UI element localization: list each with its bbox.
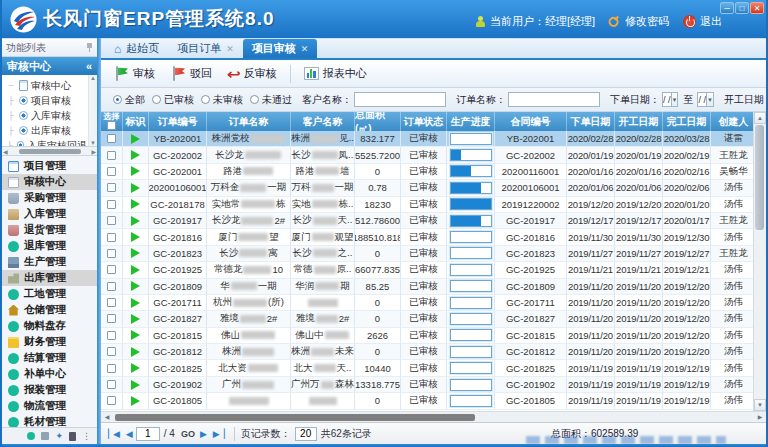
go-button[interactable]: GO [181,429,195,439]
toolbar-button-chart[interactable]: 报表中心 [297,63,374,84]
horizontal-scrollbar[interactable]: ◀ ▶ [101,411,766,422]
row-checkbox[interactable] [107,167,116,176]
tree-horizontal-scrollbar[interactable]: ◀▶ [2,147,97,156]
dot-icon[interactable] [27,432,35,440]
cart-icon[interactable] [41,432,49,440]
table-row[interactable]: GC-201816厦门望厦门观望188510.818已审核GC-20181620… [101,229,753,245]
sidebar-item-production[interactable]: 生产管理 [2,254,97,270]
row-checkbox[interactable] [107,249,116,258]
scroll-down-icon[interactable]: ▼ [754,399,766,411]
minimize-button[interactable]: ─ [720,2,734,14]
row-checkbox[interactable] [107,233,116,242]
table-row[interactable]: GC-201902广州广州万森林13318.775已审核GC-201902201… [101,377,753,393]
radio-全部[interactable]: 全部 [106,93,145,107]
table-row[interactable]: YB-202001株洲党校株洲见..832.177已审核YB-202001202… [101,131,753,147]
table-row[interactable]: GC-201925常德龙10常德原..266077.835..已审核GC-201… [101,262,753,278]
sidebar-item-dot[interactable]: 工地管理 [2,286,97,302]
tree-item[interactable]: ├出库审核 [6,123,87,138]
sidebar-item-dot[interactable]: 退库管理 [2,238,97,254]
more-icon[interactable]: ⋮ [82,431,91,441]
last-page-icon[interactable]: ▶ [210,429,228,439]
row-checkbox[interactable] [107,380,116,389]
close-tab-icon[interactable]: ✕ [301,44,309,54]
diamond-icon[interactable]: ✦ [55,431,63,441]
tree-item[interactable]: ├入库审核 [6,108,87,123]
sidebar-item-audit-doc[interactable]: 审核中心 [2,174,97,190]
table-row[interactable]: GC-2018178实地常栋实地栋..18230已审核2019122000220… [101,197,753,213]
close-button[interactable]: ✕ [750,2,764,14]
tree-item[interactable]: ├项目审核 [6,93,87,108]
table-row[interactable]: 20200106001万科金一期万科一期0.78已审核2020010600120… [101,180,753,196]
sidebar-item-inbox[interactable]: 入库管理 [2,206,97,222]
next-page-icon[interactable]: ▶ [197,429,210,439]
table-row[interactable]: GC-201815佛山佛山中2626已审核GC-2018152019/11/20… [101,328,753,344]
tab-item[interactable]: 项目订单✕ [168,39,243,58]
close-tab-icon[interactable]: ✕ [226,44,234,54]
customer-name-input[interactable] [354,92,446,107]
scroll-up-icon[interactable]: ▲ [754,112,766,124]
row-checkbox[interactable] [107,347,116,356]
table-row[interactable]: GC-201825北大资北大天..10440已审核GC-2018252019/1… [101,360,753,376]
calendar-dropdown-icon[interactable]: ▼ [672,92,679,107]
tab-active[interactable]: 项目审核✕ [243,39,318,58]
toolbar-button-undo-arrow[interactable]: ↩反审核 [221,63,284,84]
row-checkbox[interactable] [107,265,116,274]
calendar-dropdown-icon[interactable]: ▼ [707,92,714,107]
sidebar-item-project-doc[interactable]: 项目管理 [2,158,97,174]
scrollbar-thumb[interactable] [755,125,764,230]
change-password-button[interactable]: 修改密码 [609,14,669,29]
tree-vertical-scrollbar[interactable]: ▲▼ [88,75,97,146]
tree-root[interactable]: ┄ 审核中心 [6,78,87,93]
tab-item[interactable]: ⌂起始页 [105,39,168,58]
table-row[interactable]: GC-201711杭州(所)0已审核GC-2017112019/11/20201… [101,295,753,311]
row-checkbox[interactable] [107,134,116,143]
sidebar-item-dot[interactable]: 耗材管理 [2,414,97,427]
sidebar-item-folder[interactable]: 财务管理 [2,334,97,350]
sidebar-item-dot[interactable]: 物料盘存 [2,318,97,334]
order-date-to-input[interactable]: / / [697,92,707,107]
toolbar-button-red-flag[interactable]: 驳回 [164,63,219,84]
tree-item[interactable]: ├入库审核回退 [6,138,87,147]
table-row[interactable]: GC-201809华一期华润期85.25已审核GC-2018092019/11/… [101,279,753,295]
table-row[interactable]: GC-201917长沙龙2#长沙天..8512.78600..已审核GC-201… [101,213,753,229]
radio-未通过[interactable]: 未通过 [243,93,292,107]
page-size-input[interactable] [295,427,317,441]
table-row[interactable]: GC-201823长沙寓长沙之..0已审核GC-2018232019/11/27… [101,246,753,262]
table-row[interactable]: GC-202001路港路港墙0已审核202001160012020/01/162… [101,164,753,180]
row-checkbox[interactable] [107,396,116,405]
row-checkbox[interactable] [107,314,116,323]
sidebar-item-return-cart[interactable]: 退货管理 [2,222,97,238]
book-icon[interactable] [69,432,76,441]
table-row[interactable]: GC-201827雅境2#雅境2#0已审核GC-2018272019/11/20… [101,311,753,327]
sidebar-item-cart[interactable]: 采购管理 [2,190,97,206]
sidebar-item-warehouse[interactable]: 仓储管理 [2,302,97,318]
collapse-icon[interactable]: « [86,60,92,72]
scroll-left-icon[interactable]: ◀ [101,412,113,422]
table-row[interactable]: GC-202002长沙龙长沙凤..65525.7200..已审核GC-20200… [101,147,753,163]
sidebar-item-dot[interactable]: 报装管理 [2,382,97,398]
radio-已审核[interactable]: 已审核 [145,93,194,107]
table-row[interactable]: GC-2018050已审核GC-2018052019/11/192019/11/… [101,393,753,409]
table-row[interactable]: GC-201812株洲株洲未来0已审核GC-2018122019/11/2020… [101,344,753,360]
row-checkbox[interactable] [107,298,116,307]
first-page-icon[interactable]: ◀ [105,429,123,439]
row-checkbox[interactable] [107,200,116,209]
sidebar-item-dot[interactable]: 物流管理 [2,398,97,414]
row-checkbox[interactable] [107,364,116,373]
page-number-input[interactable] [136,427,160,441]
scrollbar-thumb[interactable] [115,414,475,421]
order-date-from-input[interactable]: / / [662,92,672,107]
maximize-button[interactable]: □ [735,2,749,14]
logout-button[interactable]: 退出 [683,14,722,29]
pin-icon[interactable] [86,43,93,52]
scroll-right-icon[interactable]: ▶ [754,412,766,422]
order-name-input[interactable] [508,92,600,107]
row-checkbox[interactable] [107,216,116,225]
radio-未审核[interactable]: 未审核 [194,93,243,107]
row-checkbox[interactable] [107,282,116,291]
row-checkbox[interactable] [107,331,116,340]
row-checkbox[interactable] [107,183,116,192]
sidebar-item-dot[interactable]: 补单中心 [2,366,97,382]
row-checkbox[interactable] [107,151,116,160]
toolbar-button-green-flag[interactable]: 审核 [107,63,162,84]
